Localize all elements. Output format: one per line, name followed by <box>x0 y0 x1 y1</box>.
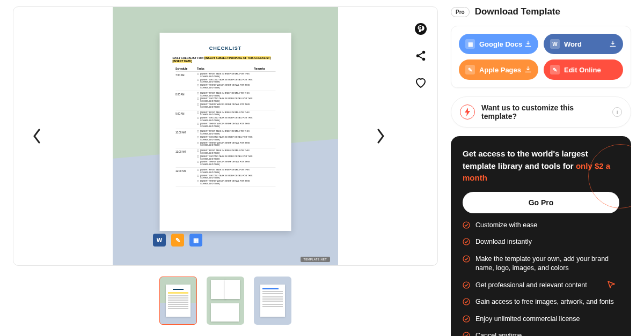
check-icon <box>463 255 470 263</box>
info-icon[interactable]: i <box>612 107 622 117</box>
feature-item: Cancel anytime <box>463 331 619 336</box>
pages-icon: ✎ <box>171 234 184 247</box>
download-icon <box>609 40 617 48</box>
lightning-icon <box>460 104 475 120</box>
pages-icon: ✎ <box>465 65 475 74</box>
download-buttons: ▦ Google Docs W Word ✎ Apple Pages ✎ Edi… <box>451 26 631 88</box>
download-icon <box>524 40 532 48</box>
customize-text: Want us to customize this template? <box>481 103 606 121</box>
check-icon <box>463 298 470 305</box>
cursor-icon <box>608 281 615 288</box>
doc-subtitle: DAILY CHECKLIST FOR: [INSERT SUBJECT/PUR… <box>173 56 271 63</box>
check-icon <box>463 221 470 229</box>
page-title: Download Template <box>475 6 560 17</box>
check-icon <box>463 315 470 323</box>
preview-area: CHECKLIST DAILY CHECKLIST FOR: [INSERT S… <box>13 6 438 266</box>
thumbnail-3[interactable] <box>254 277 291 325</box>
doc-title: CHECKLIST <box>209 46 242 51</box>
word-icon: W <box>550 39 560 49</box>
feature-item: Gain access to free images, artwork, and… <box>463 297 619 307</box>
button-label: Word <box>564 40 582 48</box>
document-preview: CHECKLIST DAILY CHECKLIST FOR: [INSERT S… <box>160 33 291 231</box>
thumbnail-2[interactable] <box>207 277 244 325</box>
feature-item: Enjoy unlimited commercial license <box>463 315 619 324</box>
button-label: Apple Pages <box>479 66 521 74</box>
check-icon <box>463 238 470 245</box>
download-header: Pro Download Template <box>451 6 631 17</box>
apple-pages-button[interactable]: ✎ Apple Pages <box>459 59 538 80</box>
google-docs-button[interactable]: ▦ Google Docs <box>459 34 538 54</box>
pro-badge: Pro <box>451 7 470 17</box>
gdocs-icon: ▦ <box>189 234 202 247</box>
next-arrow[interactable] <box>372 128 389 145</box>
svg-point-0 <box>415 23 427 35</box>
thumbnail-strip <box>13 277 438 325</box>
promo-panel: Get access to the world's largest templa… <box>451 136 631 336</box>
download-icon <box>524 66 532 73</box>
button-label: Edit Online <box>564 66 601 74</box>
thumbnail-1[interactable] <box>159 277 197 325</box>
heart-icon[interactable] <box>414 76 428 89</box>
feature-item: Make the template your own, add your bra… <box>463 255 619 273</box>
check-icon <box>463 332 470 336</box>
prev-arrow[interactable] <box>28 128 46 145</box>
button-label: Google Docs <box>479 40 522 48</box>
customize-prompt[interactable]: Want us to customize this template? i <box>451 96 631 128</box>
feature-item: Customize with ease <box>463 221 619 230</box>
pencil-icon: ✎ <box>550 65 560 74</box>
pinterest-icon[interactable] <box>414 22 428 36</box>
feature-item: Download instantly <box>463 237 619 247</box>
svg-point-2 <box>416 54 420 57</box>
feature-item: Get professional and relevant content <box>463 281 619 290</box>
word-icon: W <box>153 234 166 247</box>
edit-online-button[interactable]: ✎ Edit Online <box>544 59 623 80</box>
format-icons: W ✎ ▦ <box>153 234 202 247</box>
doc-table: ScheduleTasksRemarks 7:00 AM[INSERT FIRS… <box>175 66 275 187</box>
share-icon[interactable] <box>414 49 428 63</box>
check-icon <box>463 281 470 289</box>
gdocs-icon: ▦ <box>465 39 475 49</box>
word-button[interactable]: W Word <box>544 34 623 54</box>
svg-point-3 <box>422 58 426 61</box>
watermark: TEMPLATE.NET <box>301 257 330 262</box>
svg-point-1 <box>422 51 426 54</box>
